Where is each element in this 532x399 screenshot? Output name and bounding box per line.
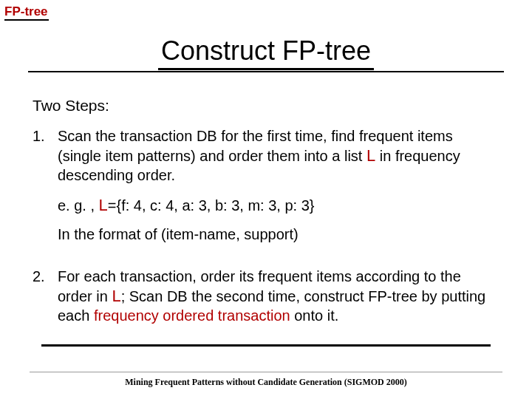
- footer-citation: Mining Frequent Patterns without Candida…: [0, 377, 532, 388]
- step-1-example: e. g. , L={f: 4, c: 4, a: 3, b: 3, m: 3,…: [58, 195, 499, 216]
- title-underline: [28, 71, 504, 72]
- step-2-L: L: [112, 287, 120, 305]
- step-1-L: L: [366, 146, 375, 165]
- step-1-body: Scan the transaction DB for the first ti…: [58, 127, 499, 254]
- step-1-number: 1.: [33, 127, 58, 254]
- step-2-number: 2.: [33, 267, 58, 335]
- slide: FP-tree Construct FP-tree Two Steps: 1. …: [0, 0, 532, 399]
- section-tag-label: FP-tree: [4, 4, 48, 18]
- step-1: 1. Scan the transaction DB for the first…: [33, 127, 499, 254]
- section-tag: FP-tree: [4, 4, 49, 21]
- step-1-eg-L: L: [99, 196, 108, 214]
- steps-list: 1. Scan the transaction DB for the first…: [33, 127, 499, 335]
- body: Two Steps: 1. Scan the transaction DB fo…: [33, 96, 499, 349]
- title-wrap: Construct FP-tree: [0, 35, 532, 70]
- footer-rule: [30, 372, 502, 372]
- step-2-body: For each transaction, order its frequent…: [58, 267, 499, 335]
- subheading: Two Steps:: [33, 96, 499, 115]
- step-1-format-note: In the format of (item-name, support): [58, 225, 499, 244]
- step-2-text: For each transaction, order its frequent…: [58, 267, 499, 325]
- step-1-text: Scan the transaction DB for the first ti…: [58, 127, 499, 185]
- bottom-rule: [41, 344, 491, 347]
- step-2-text-c: onto it.: [290, 307, 339, 324]
- step-1-eg-prefix: e. g. ,: [58, 197, 99, 214]
- step-2: 2. For each transaction, order its frequ…: [33, 267, 499, 335]
- slide-title: Construct FP-tree: [158, 35, 374, 70]
- step-1-eg-rest: ={f: 4, c: 4, a: 3, b: 3, m: 3, p: 3}: [108, 197, 315, 214]
- step-2-red-phrase: frequency ordered transaction: [94, 307, 290, 324]
